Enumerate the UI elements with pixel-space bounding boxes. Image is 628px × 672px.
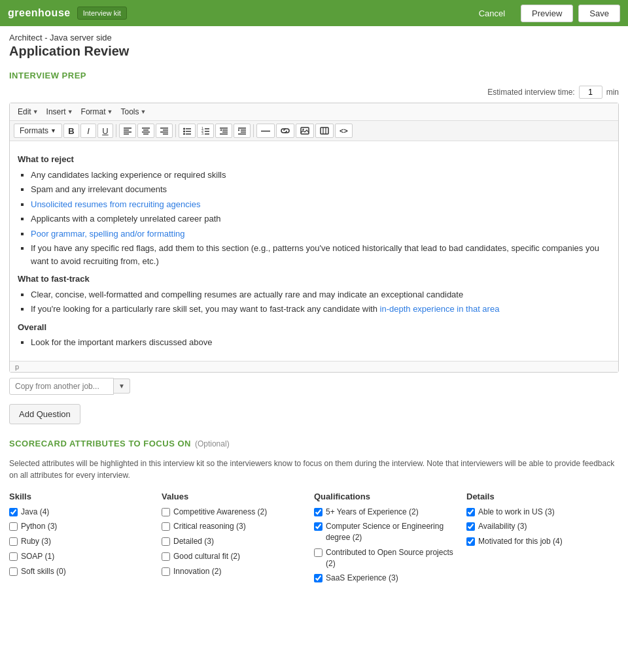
scorecard-item: Soft skills (0) <box>9 566 155 577</box>
link-button[interactable] <box>276 124 294 138</box>
java-label[interactable]: Java (4) <box>21 507 49 518</box>
scorecard-col-values: Values Competitive Awareness (2) Critica… <box>162 492 314 588</box>
editor-menubar: Edit ▼ Insert ▼ Format ▼ Tools ▼ <box>10 103 618 121</box>
formats-caret-icon: ▼ <box>50 127 56 134</box>
menu-tools-caret: ▼ <box>141 109 147 115</box>
ruby-checkbox[interactable] <box>9 537 18 546</box>
open-source-label[interactable]: Contributed to Open Source projects (2) <box>326 547 460 569</box>
soft-skills-checkbox[interactable] <box>9 567 18 576</box>
cs-degree-label[interactable]: Computer Science or Engineering degree (… <box>326 521 460 543</box>
save-button[interactable]: Save <box>578 5 620 22</box>
editor-section2-list: Clear, concise, well-formatted and compe… <box>18 288 610 316</box>
scorecard-item: Computer Science or Engineering degree (… <box>314 521 460 543</box>
indent-button[interactable] <box>215 124 232 138</box>
unordered-list-button[interactable] <box>179 124 196 138</box>
motivated-label[interactable]: Motivated for this job (4) <box>478 536 563 547</box>
menu-tools[interactable]: Tools ▼ <box>118 106 148 118</box>
cultural-fit-label[interactable]: Good cultural fit (2) <box>173 551 240 562</box>
ordered-list-button[interactable]: 1.2.3. <box>197 124 214 138</box>
image-icon <box>300 127 309 135</box>
detailed-label[interactable]: Detailed (3) <box>173 536 214 547</box>
link-icon <box>281 127 290 135</box>
critical-reasoning-label[interactable]: Critical reasoning (3) <box>173 521 246 532</box>
list-item: Poor grammar, spelling and/or formatting <box>31 227 610 241</box>
estimated-time-label: Estimated interview time: <box>487 88 574 97</box>
page-content: Architect - Java server side Application… <box>0 26 628 594</box>
copy-job-dropdown-button[interactable]: ▼ <box>114 378 130 394</box>
preview-button[interactable]: Preview <box>521 5 573 22</box>
interview-prep-heading: INTERVIEW PREP <box>9 71 619 80</box>
saas-label[interactable]: SaaS Experience (3) <box>326 573 398 584</box>
scorecard-item: Motivated for this job (4) <box>466 536 612 547</box>
editor-section3-title: Overall <box>18 321 610 334</box>
outdent-button[interactable] <box>234 124 251 138</box>
menu-insert-caret: ▼ <box>67 109 73 115</box>
source-button[interactable]: <> <box>335 124 353 138</box>
detailed-checkbox[interactable] <box>162 537 170 546</box>
scorecard-details-title: Details <box>466 492 612 501</box>
align-right-button[interactable] <box>156 124 173 138</box>
editor-section2-title: What to fast-track <box>18 273 610 286</box>
cultural-fit-checkbox[interactable] <box>162 552 170 561</box>
ruby-label[interactable]: Ruby (3) <box>21 536 51 547</box>
competitive-awareness-label[interactable]: Competitive Awareness (2) <box>173 507 267 518</box>
horizontal-rule-button[interactable]: — <box>256 124 275 138</box>
menu-insert[interactable]: Insert ▼ <box>44 106 76 118</box>
top-header: greenhouse Interview kit Cancel Preview … <box>0 0 628 26</box>
menu-format-caret: ▼ <box>107 109 113 115</box>
innovation-label[interactable]: Innovation (2) <box>173 566 221 577</box>
soft-skills-label[interactable]: Soft skills (0) <box>21 566 66 577</box>
years-exp-label[interactable]: 5+ Years of Experience (2) <box>326 507 419 518</box>
cs-degree-checkbox[interactable] <box>314 522 323 531</box>
menu-format[interactable]: Format ▼ <box>78 106 116 118</box>
svg-point-35 <box>302 129 304 130</box>
work-us-label[interactable]: Able to work in US (3) <box>478 507 555 518</box>
editor-section1-list: Any candidates lacking experience or req… <box>18 169 610 268</box>
svg-point-14 <box>183 131 185 133</box>
media-button[interactable] <box>315 124 334 138</box>
align-left-button[interactable] <box>119 124 136 138</box>
bold-button[interactable]: B <box>63 124 79 138</box>
scorecard-item: 5+ Years of Experience (2) <box>314 507 460 518</box>
estimated-time-input[interactable] <box>579 86 602 99</box>
competitive-awareness-checkbox[interactable] <box>162 508 170 516</box>
editor-body[interactable]: What to reject Any candidates lacking ex… <box>10 141 618 361</box>
python-label[interactable]: Python (3) <box>21 521 57 532</box>
list-item: Unsolicited resumes from recruiting agen… <box>31 198 610 211</box>
formats-button[interactable]: Formats ▼ <box>14 124 62 138</box>
copy-job-input[interactable] <box>9 378 114 395</box>
menu-edit-caret: ▼ <box>33 109 39 115</box>
soap-checkbox[interactable] <box>9 552 18 561</box>
work-us-checkbox[interactable] <box>466 508 475 516</box>
availability-checkbox[interactable] <box>466 522 475 531</box>
image-button[interactable] <box>296 124 314 138</box>
java-checkbox[interactable] <box>9 508 18 516</box>
separator1 <box>116 124 116 137</box>
availability-label[interactable]: Availability (3) <box>478 521 527 532</box>
menu-edit[interactable]: Edit ▼ <box>15 106 41 118</box>
critical-reasoning-checkbox[interactable] <box>162 522 170 531</box>
svg-rect-36 <box>321 127 328 134</box>
add-question-button[interactable]: Add Question <box>9 404 80 424</box>
cancel-button[interactable]: Cancel <box>468 5 515 22</box>
italic-button[interactable]: I <box>80 124 96 138</box>
svg-marker-33 <box>238 129 240 131</box>
copy-job-caret-icon: ▼ <box>118 382 125 390</box>
python-checkbox[interactable] <box>9 522 18 531</box>
scorecard-item: Critical reasoning (3) <box>162 521 307 532</box>
scorecard-columns: Skills Java (4) Python (3) Ruby (3) SOAP… <box>9 492 619 588</box>
list-item: If you have any specific red flags, add … <box>31 242 610 267</box>
editor-section3-list: Look for the important markers discussed… <box>18 336 610 349</box>
align-center-button[interactable] <box>137 124 154 138</box>
scorecard-item: Java (4) <box>9 507 155 518</box>
underline-button[interactable]: U <box>97 124 113 138</box>
separator2 <box>175 124 176 137</box>
copy-job-row: ▼ <box>9 378 619 395</box>
soap-label[interactable]: SOAP (1) <box>21 551 54 562</box>
open-source-checkbox[interactable] <box>314 548 323 557</box>
saas-checkbox[interactable] <box>314 574 323 582</box>
separator3 <box>253 124 254 137</box>
innovation-checkbox[interactable] <box>162 567 170 576</box>
years-exp-checkbox[interactable] <box>314 508 323 516</box>
motivated-checkbox[interactable] <box>466 537 475 546</box>
